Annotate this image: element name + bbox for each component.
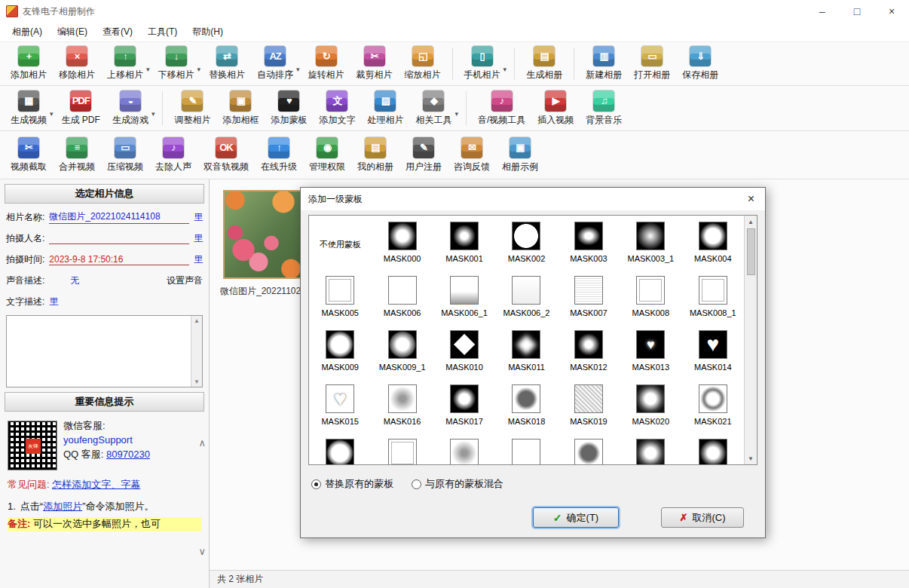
mask-option[interactable]: MASK014: [682, 324, 744, 378]
sidebar-scroll-up-icon[interactable]: ∧: [198, 437, 206, 449]
toolbar-button[interactable]: ▥ 新建相册: [580, 44, 628, 83]
dropdown-arrow-icon[interactable]: ▾: [50, 110, 54, 118]
photo-name-value[interactable]: 微信图片_20221024114108: [49, 210, 189, 224]
shoot-time-value[interactable]: 2023-9-8 17:50:16: [49, 254, 189, 265]
close-button[interactable]: ×: [874, 0, 909, 23]
dropdown-arrow-icon[interactable]: ▾: [152, 110, 155, 118]
toolbar-button[interactable]: ♪ 音/视频工具: [472, 88, 531, 128]
menu-item[interactable]: 编辑(E): [50, 23, 95, 41]
toolbar-button[interactable]: ◱ 缩放相片: [399, 44, 447, 83]
textarea-scrollbar[interactable]: ▲ ▼: [191, 316, 202, 387]
mask-option[interactable]: MASK021: [682, 378, 744, 433]
menu-item[interactable]: 查看(V): [95, 23, 140, 41]
mask-option[interactable]: MASK005: [309, 270, 371, 324]
toolbar-button[interactable]: ▶ 插入视频: [531, 88, 580, 128]
mask-option[interactable]: MASK008: [620, 270, 681, 324]
mask-option[interactable]: MASK009: [309, 324, 371, 378]
toolbar-button[interactable]: + 添加相片: [5, 44, 53, 83]
dropdown-arrow-icon[interactable]: ▾: [296, 66, 300, 73]
add-photo-link[interactable]: 添加照片: [43, 501, 82, 512]
dropdown-arrow-icon[interactable]: ▾: [197, 66, 201, 73]
mask-option[interactable]: MASK003_1: [620, 216, 681, 270]
toolbar-button[interactable]: ◒ 生成游戏: [106, 88, 155, 128]
toolbar-button[interactable]: ✂ 视频截取: [5, 133, 53, 176]
toolbar-button[interactable]: ▨ 处理相片: [361, 88, 409, 128]
shoot-time-more-link[interactable]: 里: [194, 253, 203, 266]
toolbar-button[interactable]: ▭ 压缩视频: [101, 133, 149, 176]
scroll-down-icon[interactable]: ▼: [194, 378, 200, 385]
mask-option[interactable]: MASK012: [558, 324, 620, 378]
menu-item[interactable]: 工具(T): [140, 23, 185, 41]
mask-option[interactable]: MASK017: [433, 378, 495, 433]
mask-option[interactable]: [682, 433, 744, 465]
toolbar-button[interactable]: ◉ 管理权限: [303, 133, 351, 176]
mask-list-scrollbar[interactable]: ▲ ▼: [744, 216, 757, 464]
qq-service-link[interactable]: 80970230: [106, 449, 150, 460]
mask-option[interactable]: MASK006_1: [433, 270, 495, 324]
mask-option[interactable]: [309, 433, 371, 465]
text-desc-more-link[interactable]: 里: [49, 296, 58, 308]
set-sound-button[interactable]: 设置声音: [167, 274, 203, 287]
mask-option[interactable]: MASK008_1: [682, 270, 744, 324]
mask-option[interactable]: MASK000: [371, 216, 433, 270]
faq-link[interactable]: 怎样添加文字、字幕: [52, 479, 140, 490]
toolbar-button[interactable]: ⇄ 替换相片: [203, 44, 251, 83]
mask-option[interactable]: [620, 433, 681, 465]
menu-item[interactable]: 帮助(H): [185, 23, 231, 41]
mask-option[interactable]: MASK003: [558, 216, 620, 270]
toolbar-button[interactable]: ▭ 打开相册: [628, 44, 676, 83]
mask-option[interactable]: MASK001: [433, 216, 495, 270]
toolbar-button[interactable]: 文 添加文字: [313, 88, 361, 128]
dropdown-arrow-icon[interactable]: ▾: [503, 66, 507, 73]
scroll-thumb[interactable]: [747, 228, 755, 275]
mask-option[interactable]: MASK002: [495, 216, 557, 270]
mask-option[interactable]: MASK006: [371, 270, 433, 324]
toolbar-button[interactable]: OK 双音轨视频: [197, 133, 255, 176]
mask-option[interactable]: [558, 433, 620, 465]
toolbar-button[interactable]: ▯ 手机相片: [458, 44, 507, 83]
toolbar-button[interactable]: PDF 生成 PDF: [56, 88, 106, 128]
toolbar-button[interactable]: ⇓ 保存相册: [676, 44, 724, 83]
wechat-service-id[interactable]: youfengSupport: [63, 434, 133, 446]
maximize-button[interactable]: □: [840, 0, 874, 23]
mask-option[interactable]: [433, 433, 495, 465]
scroll-up-icon[interactable]: ▲: [194, 317, 200, 324]
scroll-up-icon[interactable]: ▲: [748, 216, 754, 228]
toolbar-button[interactable]: ♪ 去除人声: [149, 133, 197, 176]
scroll-down-icon[interactable]: ▼: [748, 452, 754, 464]
ok-button[interactable]: ✓ 确定(T): [533, 507, 619, 528]
mask-option[interactable]: MASK019: [558, 378, 620, 433]
mask-option[interactable]: 不使用蒙板: [309, 216, 371, 270]
mask-option[interactable]: MASK016: [371, 378, 433, 433]
toolbar-button[interactable]: ▣ 添加相框: [216, 88, 265, 128]
dialog-close-button[interactable]: ×: [745, 192, 758, 206]
radio-blend-mask[interactable]: 与原有的蒙板混合: [412, 477, 503, 491]
photo-thumbnail[interactable]: [223, 190, 301, 279]
sidebar-scroll-down-icon[interactable]: ∨: [198, 546, 206, 557]
dialog-title-bar[interactable]: 添加一级蒙板 ×: [301, 188, 765, 210]
cancel-button[interactable]: ✗ 取消(C): [661, 507, 744, 528]
mask-option[interactable]: MASK013: [620, 324, 681, 378]
mask-option[interactable]: MASK018: [495, 378, 557, 433]
dropdown-arrow-icon[interactable]: ▾: [146, 66, 150, 73]
toolbar-button[interactable]: ✎ 调整相片: [168, 88, 216, 128]
radio-replace-mask[interactable]: 替换原有的蒙板: [311, 477, 393, 491]
mask-option[interactable]: MASK020: [620, 378, 681, 433]
dropdown-arrow-icon[interactable]: ▾: [454, 110, 458, 118]
toolbar-button[interactable]: ♥ 添加蒙板: [265, 88, 313, 128]
mask-option[interactable]: MASK011: [495, 324, 557, 378]
mask-option[interactable]: MASK006_2: [495, 270, 557, 324]
mask-option[interactable]: [495, 433, 557, 465]
toolbar-button[interactable]: × 移除相片: [53, 44, 101, 83]
toolbar-button[interactable]: ▣ 相册示例: [496, 133, 544, 176]
toolbar-button[interactable]: ◆ 相关工具: [409, 88, 458, 128]
toolbar-button[interactable]: ≡ 合并视频: [53, 133, 101, 176]
mask-option[interactable]: MASK007: [558, 270, 620, 324]
minimize-button[interactable]: –: [805, 0, 840, 23]
toolbar-button[interactable]: ↓ 下移相片: [152, 44, 200, 83]
toolbar-button[interactable]: ↻ 旋转相片: [302, 44, 350, 83]
toolbar-button[interactable]: ✎ 用户注册: [399, 133, 448, 176]
mask-option[interactable]: MASK009_1: [371, 324, 433, 378]
toolbar-button[interactable]: ♫ 背景音乐: [580, 88, 628, 128]
toolbar-button[interactable]: AZ 自动排序: [251, 44, 299, 83]
